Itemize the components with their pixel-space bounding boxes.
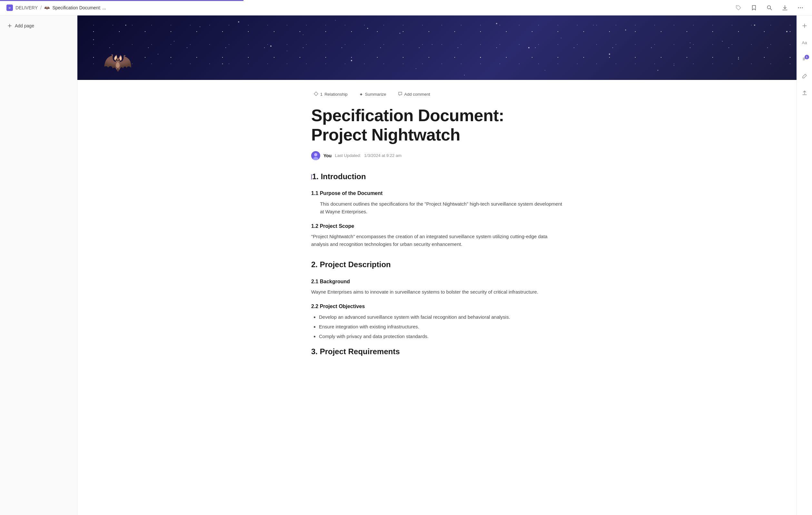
- block-drag-icon[interactable]: ⠿: [314, 201, 317, 207]
- svg-point-14: [432, 44, 432, 45]
- annotations-button[interactable]: 1: [800, 54, 810, 64]
- svg-point-32: [93, 39, 94, 40]
- svg-point-11: [238, 21, 239, 23]
- add-comment-button[interactable]: Add comment: [395, 90, 433, 98]
- relationship-button[interactable]: 1 Relationship: [311, 90, 350, 98]
- more-options-button[interactable]: [795, 3, 806, 13]
- author-name: You: [323, 153, 331, 158]
- page-content: 1 Relationship ✦ Summarize Add comment: [292, 80, 582, 382]
- tag-icon-wrapper: [733, 3, 744, 13]
- top-bar: D DELIVERY / 🦇 Specification Document: .…: [0, 0, 812, 16]
- paragraph-1-1-text: This document outlines the specification…: [320, 200, 563, 216]
- svg-point-26: [480, 57, 481, 58]
- add-page-icon: [7, 23, 12, 28]
- svg-point-6: [798, 7, 799, 8]
- add-page-label: Add page: [15, 23, 34, 28]
- svg-point-25: [416, 68, 416, 69]
- svg-point-22: [222, 63, 223, 64]
- main-layout: Add page: [0, 16, 812, 515]
- document-body: 1. Introduction 1.1 Purpose of the Docum…: [311, 171, 563, 358]
- subsection-2-1-heading: 2.1 Background: [311, 277, 563, 286]
- banner-stars-svg: [78, 16, 796, 80]
- svg-point-21: [158, 54, 158, 55]
- section-1-heading: 1. Introduction: [311, 171, 563, 183]
- edit-icon: [802, 73, 807, 79]
- section-3-heading: 3. Project Requirements: [311, 345, 563, 358]
- svg-point-15: [496, 23, 497, 24]
- svg-point-10: [174, 41, 174, 41]
- svg-point-33: [200, 26, 200, 27]
- paragraph-1-1: + ⠿ This document outlines the specifica…: [311, 200, 563, 216]
- workspace-label: DELIVERY: [16, 5, 38, 10]
- top-bar-actions: [733, 3, 806, 13]
- subsection-1-2-heading: 1.2 Project Scope: [311, 222, 563, 231]
- svg-point-19: [754, 25, 755, 26]
- svg-text:D: D: [9, 6, 11, 9]
- objectives-list: Develop an advanced surveillance system …: [319, 313, 563, 340]
- svg-point-41: [722, 41, 723, 41]
- block-plus-icon[interactable]: +: [311, 201, 314, 208]
- svg-point-38: [528, 47, 529, 48]
- last-updated-label: Last Updated:: [335, 153, 361, 158]
- svg-point-42: [786, 31, 787, 32]
- objective-item-3: Comply with privacy and data protection …: [319, 333, 563, 340]
- annotation-badge: 1: [805, 55, 809, 59]
- search-button[interactable]: [764, 3, 775, 13]
- relationship-count: 1: [320, 92, 322, 97]
- svg-point-45: [314, 153, 317, 156]
- page-name-breadcrumb: Specification Document: ...: [52, 5, 106, 10]
- share-button[interactable]: [800, 88, 810, 98]
- summarize-icon: ✦: [359, 92, 363, 97]
- svg-point-13: [367, 28, 368, 29]
- expand-button[interactable]: [800, 21, 810, 31]
- author-row: You Last Updated: 1/3/2024 at 9:22 am: [311, 151, 563, 160]
- delivery-workspace-icon: D: [6, 4, 13, 11]
- svg-point-35: [335, 20, 336, 21]
- toolbar-row: 1 Relationship ✦ Summarize Add comment: [311, 90, 563, 98]
- last-updated-value: 1/3/2024 at 9:22 am: [364, 153, 402, 158]
- svg-point-36: [400, 33, 401, 34]
- paragraph-1-2-text: "Project Nightwatch" encompasses the cre…: [311, 233, 563, 248]
- svg-point-7: [800, 7, 801, 8]
- author-avatar: [311, 151, 320, 160]
- page-banner: 🦇: [78, 16, 796, 80]
- download-button[interactable]: [780, 3, 790, 13]
- add-page-button[interactable]: Add page: [4, 21, 73, 31]
- font-settings-button[interactable]: Aa: [800, 37, 810, 48]
- summarize-label: Summarize: [365, 92, 386, 97]
- svg-line-4: [771, 8, 772, 10]
- subsection-1-1-heading: 1.1 Purpose of the Document: [311, 189, 563, 198]
- add-comment-icon: [398, 92, 402, 97]
- objective-item-1: Develop an advanced surveillance system …: [319, 313, 563, 321]
- share-icon: [802, 90, 807, 95]
- svg-point-17: [625, 30, 626, 31]
- svg-point-28: [609, 54, 610, 55]
- svg-point-9: [125, 25, 126, 26]
- content-area: 🦇 1 Relationship ✦ Summarize: [78, 16, 796, 515]
- bookmark-button[interactable]: [749, 3, 759, 13]
- text-cursor: [311, 174, 312, 180]
- svg-point-30: [738, 59, 739, 60]
- subsection-2-2-heading: 2.2 Project Objectives: [311, 302, 563, 311]
- svg-point-2: [737, 6, 738, 7]
- breadcrumb: D DELIVERY / 🦇 Specification Document: .…: [6, 4, 106, 11]
- page-title: Specification Document: Project Nightwat…: [311, 106, 563, 145]
- svg-point-37: [464, 75, 465, 75]
- author-avatar-image: [311, 151, 320, 160]
- svg-point-24: [351, 60, 352, 61]
- sidebar: Add page: [0, 16, 78, 515]
- right-panel: Aa 1: [796, 16, 812, 515]
- summarize-button[interactable]: ✦ Summarize: [357, 91, 389, 98]
- edit-mode-button[interactable]: [800, 71, 810, 81]
- paragraph-2-1-text: Wayne Enterprises aims to innovate in su…: [311, 288, 563, 296]
- svg-point-12: [303, 34, 303, 35]
- svg-point-23: [287, 51, 287, 51]
- page-emoji-icon: 🦇: [103, 50, 132, 73]
- relationship-icon: [314, 92, 318, 97]
- svg-point-34: [270, 46, 271, 47]
- svg-point-18: [690, 42, 690, 43]
- section-2-heading: 2. Project Description: [311, 259, 563, 271]
- bat-emoji: 🦇: [44, 5, 50, 10]
- breadcrumb-separator: /: [40, 5, 41, 11]
- add-comment-label: Add comment: [404, 92, 430, 97]
